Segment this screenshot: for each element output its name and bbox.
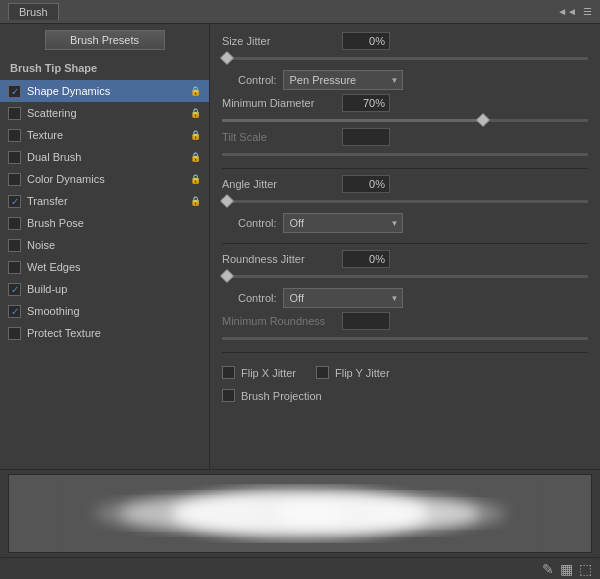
lock-icon-texture: 🔒: [190, 130, 201, 140]
sidebar-item-shape-dynamics[interactable]: ✓Shape Dynamics🔒: [0, 80, 209, 102]
control2-select[interactable]: Off Fade Pen Pressure Pen Tilt Stylus Wh…: [283, 213, 403, 233]
control2-row: Control: Off Fade Pen Pressure Pen Tilt …: [222, 213, 588, 233]
collapse-icon[interactable]: ◄◄: [557, 6, 577, 17]
size-jitter-row: Size Jitter 0%: [222, 32, 588, 50]
flip-x-checkbox[interactable]: [222, 366, 235, 379]
minimum-roundness-value: [342, 312, 390, 330]
sidebar-item-scattering[interactable]: Scattering🔒: [0, 102, 209, 124]
bottom-preview: ✎ ▦ ⬚: [0, 469, 600, 579]
divider1: [222, 168, 588, 169]
label-build-up: Build-up: [27, 283, 67, 295]
checkbox-dual-brush[interactable]: [8, 151, 21, 164]
checkbox-texture[interactable]: [8, 129, 21, 142]
brush-presets-button[interactable]: Brush Presets: [45, 30, 165, 50]
lock-icon-color-dynamics: 🔒: [190, 174, 201, 184]
sidebar-items-container: ✓Shape Dynamics🔒Scattering🔒Texture🔒Dual …: [0, 80, 209, 344]
minimum-roundness-row: Minimum Roundness: [222, 312, 588, 330]
control3-select-wrapper: Off Fade Pen Pressure Pen Tilt Stylus Wh…: [283, 288, 403, 308]
checkbox-scattering[interactable]: [8, 107, 21, 120]
minimum-roundness-label: Minimum Roundness: [222, 315, 342, 327]
label-protect-texture: Protect Texture: [27, 327, 101, 339]
minimum-diameter-slider[interactable]: [222, 119, 588, 122]
angle-jitter-value: 0%: [342, 175, 390, 193]
sidebar-item-protect-texture[interactable]: Protect Texture: [0, 322, 209, 344]
flip-y-checkbox[interactable]: [316, 366, 329, 379]
checkbox-noise[interactable]: [8, 239, 21, 252]
title-bar: Brush ◄◄ ☰: [0, 0, 600, 24]
checkbox-transfer[interactable]: ✓: [8, 195, 21, 208]
angle-jitter-row: Angle Jitter 0%: [222, 175, 588, 193]
label-scattering: Scattering: [27, 107, 77, 119]
control1-label: Control:: [238, 74, 277, 86]
sidebar-item-smoothing[interactable]: ✓Smoothing: [0, 300, 209, 322]
brush-stroke-svg: [9, 475, 591, 552]
menu-icon[interactable]: ☰: [583, 6, 592, 17]
panel-tab[interactable]: Brush: [8, 3, 59, 20]
tilt-scale-slider[interactable]: [222, 153, 588, 156]
control3-select[interactable]: Off Fade Pen Pressure Pen Tilt Stylus Wh…: [283, 288, 403, 308]
brush-projection-row: Brush Projection: [222, 389, 588, 402]
flip-x-label: Flip X Jitter: [241, 367, 296, 379]
right-panel: Size Jitter 0% Control: Pen Pressure Off…: [210, 24, 600, 469]
checkbox-protect-texture[interactable]: [8, 327, 21, 340]
grid-view-icon[interactable]: ▦: [560, 561, 573, 577]
lock-icon-transfer: 🔒: [190, 196, 201, 206]
preview-canvas: [8, 474, 592, 553]
control1-select[interactable]: Pen Pressure Off Fade Pen Tilt Stylus Wh…: [283, 70, 403, 90]
control3-row: Control: Off Fade Pen Pressure Pen Tilt …: [222, 288, 588, 308]
minimum-roundness-slider[interactable]: [222, 337, 588, 340]
tilt-scale-value: [342, 128, 390, 146]
sidebar-item-build-up[interactable]: ✓Build-up: [0, 278, 209, 300]
brush-projection-label: Brush Projection: [241, 390, 322, 402]
control2-label: Control:: [238, 217, 277, 229]
label-wet-edges: Wet Edges: [27, 261, 81, 273]
sidebar-item-transfer[interactable]: ✓Transfer🔒: [0, 190, 209, 212]
flip-x-row: Flip X Jitter: [222, 366, 296, 379]
checkbox-build-up[interactable]: ✓: [8, 283, 21, 296]
lock-icon-shape-dynamics: 🔒: [190, 86, 201, 96]
sidebar-item-brush-pose[interactable]: Brush Pose: [0, 212, 209, 234]
label-transfer: Transfer: [27, 195, 68, 207]
label-smoothing: Smoothing: [27, 305, 80, 317]
list-view-icon[interactable]: ⬚: [579, 561, 592, 577]
divider3: [222, 352, 588, 353]
lock-icon-scattering: 🔒: [190, 108, 201, 118]
size-jitter-slider[interactable]: [222, 57, 588, 60]
minimum-diameter-row: Minimum Diameter 70%: [222, 94, 588, 112]
control3-label: Control:: [238, 292, 277, 304]
flip-row: Flip X Jitter Flip Y Jitter: [222, 363, 588, 382]
checkbox-brush-pose[interactable]: [8, 217, 21, 230]
label-dual-brush: Dual Brush: [27, 151, 81, 163]
panel-body: Brush Presets Brush Tip Shape ✓Shape Dyn…: [0, 24, 600, 469]
roundness-jitter-slider[interactable]: [222, 275, 588, 278]
title-controls: ◄◄ ☰: [557, 6, 592, 17]
control1-select-wrapper: Pen Pressure Off Fade Pen Tilt Stylus Wh…: [283, 70, 403, 90]
sidebar-item-texture[interactable]: Texture🔒: [0, 124, 209, 146]
checkbox-wet-edges[interactable]: [8, 261, 21, 274]
control1-row: Control: Pen Pressure Off Fade Pen Tilt …: [222, 70, 588, 90]
edit-brush-icon[interactable]: ✎: [542, 561, 554, 577]
angle-jitter-slider[interactable]: [222, 200, 588, 203]
roundness-jitter-label: Roundness Jitter: [222, 253, 342, 265]
sidebar-item-dual-brush[interactable]: Dual Brush🔒: [0, 146, 209, 168]
checkbox-smoothing[interactable]: ✓: [8, 305, 21, 318]
label-shape-dynamics: Shape Dynamics: [27, 85, 110, 97]
brush-projection-checkbox[interactable]: [222, 389, 235, 402]
sidebar-item-wet-edges[interactable]: Wet Edges: [0, 256, 209, 278]
sidebar-item-noise[interactable]: Noise: [0, 234, 209, 256]
brush-tip-section-label: Brush Tip Shape: [0, 58, 209, 78]
checkbox-shape-dynamics[interactable]: ✓: [8, 85, 21, 98]
roundness-jitter-value: 0%: [342, 250, 390, 268]
flip-y-row: Flip Y Jitter: [316, 366, 390, 379]
flip-y-label: Flip Y Jitter: [335, 367, 390, 379]
label-color-dynamics: Color Dynamics: [27, 173, 105, 185]
size-jitter-value: 0%: [342, 32, 390, 50]
label-texture: Texture: [27, 129, 63, 141]
divider2: [222, 243, 588, 244]
label-brush-pose: Brush Pose: [27, 217, 84, 229]
lock-icon-dual-brush: 🔒: [190, 152, 201, 162]
label-noise: Noise: [27, 239, 55, 251]
preview-footer: ✎ ▦ ⬚: [0, 557, 600, 579]
sidebar-item-color-dynamics[interactable]: Color Dynamics🔒: [0, 168, 209, 190]
checkbox-color-dynamics[interactable]: [8, 173, 21, 186]
